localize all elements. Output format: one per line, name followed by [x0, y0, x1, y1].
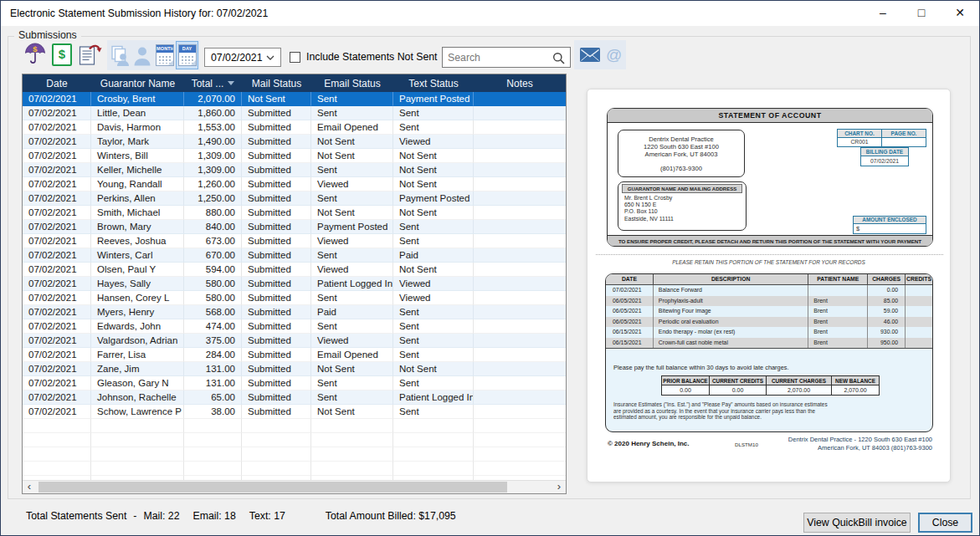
close-button[interactable]: Close [918, 513, 972, 533]
view-quickbill-invoice-button[interactable]: View QuickBill invoice [803, 513, 911, 533]
cell-email: Sent [311, 106, 393, 120]
table-row[interactable]: 07/02/2021Keller, Michelle1,309.00Submit… [23, 163, 566, 177]
amount-enclosed-box: AMOUNT ENCLOSED $ [853, 216, 926, 234]
grid-header-cell[interactable]: Total ... [184, 74, 242, 92]
table-row[interactable]: 07/02/2021Reeves, Joshua673.00SubmittedV… [23, 234, 566, 248]
grid-header-cell[interactable]: Notes [474, 74, 566, 92]
table-row[interactable]: 07/02/2021Zane, Jim131.00SubmittedNot Se… [23, 362, 566, 376]
scroll-right-arrow[interactable]: › [552, 481, 566, 493]
table-row[interactable]: 07/02/2021Perkins, Allen1,250.00Submitte… [23, 191, 566, 206]
cell-text: Sent [393, 319, 474, 334]
cell-total: 375.00 [184, 334, 242, 348]
guarantor-header: GUARANTOR NAME AND MAILING ADDRESS [622, 184, 742, 193]
umbrella-billing-button[interactable]: $ [23, 43, 47, 66]
table-row[interactable]: 07/02/2021Hansen, Corey L580.00Submitted… [23, 291, 566, 305]
cell-date: 07/02/2021 [23, 334, 91, 348]
header-label: Notes [506, 78, 532, 89]
table-row[interactable]: 07/02/2021Gleason, Gary N131.00Submitted… [23, 376, 566, 391]
grid-header-cell[interactable]: Email Status [311, 74, 393, 92]
grid-header-cell[interactable]: Date [23, 74, 91, 92]
send-email-button[interactable] [580, 48, 600, 62]
create-statement-button[interactable]: $ [52, 43, 72, 66]
envelope-icon [580, 48, 600, 62]
scroll-left-arrow[interactable]: ‹ [23, 481, 36, 493]
cell-date: 07/02/2021 [23, 220, 91, 234]
view-toggle-panel: MONTH DAY [107, 40, 200, 70]
statement-copyright: © 2020 Henry Schein, Inc. [608, 440, 690, 447]
grid-header-cell[interactable]: Text Status [393, 74, 474, 92]
table-row[interactable]: 07/02/2021Crosby, Brent2,070.00Not SentS… [23, 92, 566, 106]
cell-total: 568.00 [184, 305, 242, 319]
table-row[interactable]: 07/02/2021Myers, Henry568.00SubmittedPai… [23, 305, 566, 319]
cell-mail: Submitted [242, 348, 311, 362]
header-label: Guarantor Name [100, 78, 175, 89]
day-view-button[interactable]: DAY [177, 42, 198, 69]
status-total-billed: Total Amount Billed: $17,095 [326, 510, 456, 522]
cell-name: Winters, Carl [91, 248, 184, 263]
cell-text: Sent [393, 348, 474, 362]
search-input[interactable] [443, 48, 550, 67]
table-row[interactable]: 07/02/2021Young, Randall1,260.00Submitte… [23, 177, 566, 191]
cell-name: Farrer, Lisa [91, 348, 184, 362]
table-row[interactable]: 07/02/2021Schow, Lawrence P38.00Submitte… [23, 405, 566, 419]
at-sign-icon[interactable]: @ [606, 47, 622, 63]
cell-date: 07/02/2021 [23, 248, 91, 263]
grid-header-cell[interactable]: Guarantor Name [91, 74, 184, 92]
include-not-sent-checkbox[interactable] [290, 52, 300, 63]
detail-row: 06/15/2021Crown-full cast noble metalBre… [606, 338, 932, 349]
window-title: Electronic Statement Submission History … [10, 1, 268, 26]
all-guarantors-button[interactable] [110, 42, 131, 69]
table-row[interactable]: 07/02/2021Johnson, Rachelle65.00Submitte… [23, 391, 566, 405]
single-guarantor-button[interactable] [132, 42, 153, 69]
cell-notes [474, 191, 566, 206]
detail-cell: Brent [808, 317, 868, 328]
cell-text: Sent [393, 106, 474, 120]
practice-address-line: Dentrix Dental Practice [618, 135, 744, 143]
cell-date: 07/02/2021 [23, 191, 91, 206]
table-row[interactable]: 07/02/2021Taylor, Mark1,490.00SubmittedN… [23, 135, 566, 149]
include-not-sent-label: Include Statements Not Sent [306, 51, 438, 63]
cell-empty [393, 447, 474, 462]
month-view-button[interactable]: MONTH [155, 42, 176, 69]
detail-cell: Brent [808, 306, 868, 317]
cell-total: 670.00 [184, 248, 242, 263]
table-row[interactable]: 07/02/2021Little, Dean1,860.00SubmittedS… [23, 106, 566, 120]
cell-date: 07/02/2021 [23, 234, 91, 248]
table-row[interactable]: 07/02/2021Davis, Harmon1,553.00Submitted… [23, 120, 566, 135]
summary-value-cell: 2,070.00 [766, 385, 832, 396]
table-row[interactable]: 07/02/2021Winters, Bill1,309.00Submitted… [23, 149, 566, 163]
table-row[interactable]: 07/02/2021Edwards, John474.00SubmittedSe… [23, 319, 566, 334]
detail-cell: 46.00 [868, 317, 906, 328]
cell-name: Davis, Harmon [91, 120, 184, 135]
cell-empty [242, 462, 311, 476]
detail-cell: 85.00 [868, 296, 906, 307]
grid-header-cell[interactable]: Mail Status [242, 74, 311, 92]
minimize-button[interactable]: – [864, 1, 902, 26]
table-row[interactable]: 07/02/2021Valgardson, Adrian375.00Submit… [23, 334, 566, 348]
cell-email: Not Sent [311, 362, 393, 376]
close-window-button[interactable]: ✕ [941, 1, 979, 26]
date-dropdown[interactable]: 07/02/2021 [204, 48, 281, 67]
detail-cell [808, 285, 868, 296]
amount-enclosed-value: $ [853, 224, 926, 234]
cell-date: 07/02/2021 [23, 348, 91, 362]
table-row[interactable]: 07/02/2021Smith, Michael880.00SubmittedN… [23, 206, 566, 220]
maximize-button[interactable]: □ [902, 1, 941, 26]
cell-email: Sent [311, 163, 393, 177]
cell-total: 1,250.00 [184, 191, 242, 206]
cell-email: Sent [311, 376, 393, 391]
cell-name: Keller, Michelle [91, 163, 184, 177]
table-row[interactable]: 07/02/2021Hayes, Sally580.00SubmittedPat… [23, 277, 566, 291]
cell-email: Sent [311, 248, 393, 263]
table-row[interactable]: 07/02/2021Olsen, Paul Y594.00SubmittedVi… [23, 263, 566, 277]
table-row[interactable]: 07/02/2021Winters, Carl670.00SubmittedSe… [23, 248, 566, 263]
detail-cell: Crown-full cast noble metal [654, 338, 809, 349]
scrollbar-thumb[interactable] [38, 482, 507, 493]
detail-cell: 930.00 [868, 327, 906, 338]
horizontal-scrollbar[interactable]: ‹ › [23, 480, 566, 493]
cell-notes [474, 234, 566, 248]
table-row[interactable]: 07/02/2021Brown, Mary840.00SubmittedPaym… [23, 220, 566, 234]
table-row[interactable]: 07/02/2021Farrer, Lisa284.00SubmittedEma… [23, 348, 566, 362]
cell-total: 1,553.00 [184, 120, 242, 135]
billing-notes-button[interactable] [78, 43, 102, 66]
